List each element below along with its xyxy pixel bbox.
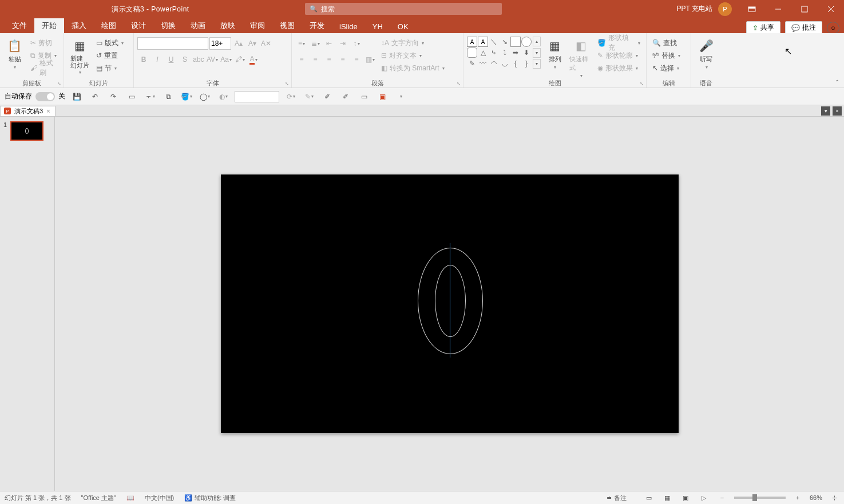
quick-styles-button[interactable]: ◧ 快速样式 ▾: [569, 37, 593, 78]
new-slide-button[interactable]: ▦ 新建 幻灯片 ▾: [68, 37, 92, 75]
shape-inner-ellipse[interactable]: [435, 265, 466, 337]
shape-brace-left[interactable]: {: [510, 58, 521, 69]
edit-shape-qat[interactable]: ✎▾: [302, 90, 316, 103]
office-addin-qat[interactable]: ▣: [375, 90, 389, 103]
shape-right-arrow[interactable]: ➡: [510, 47, 521, 58]
cut-button[interactable]: ✂剪切: [28, 37, 60, 49]
slideshow-view-button[interactable]: ▷: [698, 492, 710, 503]
collapse-ribbon-button[interactable]: ⌃: [835, 79, 839, 85]
search-box[interactable]: 🔍: [305, 3, 502, 15]
replace-button[interactable]: ᵃ⁄ᵇ替换▾: [650, 49, 683, 62]
crop-button[interactable]: ⧉: [161, 90, 175, 103]
minimize-button[interactable]: [765, 0, 791, 18]
find-button[interactable]: 🔍查找: [650, 37, 683, 49]
italic-button[interactable]: I: [151, 53, 164, 66]
bold-button[interactable]: B: [137, 53, 150, 66]
align-text-button[interactable]: ⊟对齐文本▾: [379, 49, 447, 62]
shape-fill-qat[interactable]: 🪣▾: [180, 90, 193, 103]
qat-customize[interactable]: ▾: [394, 90, 407, 103]
paste-button[interactable]: 📋 粘贴 ▾: [3, 37, 26, 70]
sorter-view-button[interactable]: ▦: [661, 492, 673, 503]
shape-arc2[interactable]: ◡: [500, 58, 510, 69]
gallery-more[interactable]: ▾: [533, 59, 541, 69]
increase-indent-button[interactable]: ⇥: [336, 37, 349, 50]
doc-strip-menu[interactable]: ▾: [821, 106, 830, 116]
ppt-station-label[interactable]: PPT 充电站: [677, 4, 712, 14]
format-painter-button[interactable]: 🖌格式刷: [28, 62, 60, 74]
eyedropper-qat[interactable]: ✐: [320, 90, 334, 103]
increase-font-button[interactable]: A▴: [232, 37, 245, 50]
reset-button[interactable]: ↺重置: [94, 49, 126, 62]
normal-view-button[interactable]: ▭: [643, 492, 655, 503]
gallery-down[interactable]: ▾: [533, 48, 541, 58]
screenshot-qat[interactable]: ▭: [357, 90, 371, 103]
zoom-percent[interactable]: 66%: [810, 494, 822, 501]
thumbnail-preview[interactable]: [10, 121, 43, 141]
arrange-button[interactable]: ▦ 排列 ▾: [543, 37, 567, 70]
user-avatar[interactable]: P: [718, 2, 732, 16]
start-from-beginning-button[interactable]: ▭: [125, 90, 138, 103]
status-spellcheck[interactable]: 📖: [126, 494, 134, 502]
shape-line[interactable]: ＼: [489, 37, 499, 47]
line-spacing-button[interactable]: ↕▾: [350, 37, 363, 50]
tab-home[interactable]: 开始: [34, 18, 64, 33]
status-accessibility[interactable]: ♿辅助功能: 调查: [184, 494, 236, 502]
gallery-up[interactable]: ▴: [533, 37, 541, 46]
fit-to-window-button[interactable]: ⊹: [828, 492, 841, 503]
tab-transitions[interactable]: 切换: [153, 18, 183, 33]
status-theme[interactable]: "Office 主题": [81, 494, 116, 502]
shape-outline-qat[interactable]: ◯▾: [198, 90, 212, 103]
document-tab[interactable]: P 演示文稿3 ×: [0, 106, 56, 116]
align-objects-button[interactable]: ⫟▾: [143, 90, 157, 103]
slide-editor-area[interactable]: [55, 117, 844, 491]
clipboard-launcher[interactable]: ⤡: [57, 81, 61, 86]
shape-brace-right[interactable]: }: [521, 58, 532, 69]
rotate-qat[interactable]: ⟳▾: [284, 90, 298, 103]
status-language[interactable]: 中文(中国): [145, 494, 174, 502]
layout-button[interactable]: ▭版式▾: [94, 37, 126, 49]
section-button[interactable]: ▤节▾: [94, 62, 126, 74]
comments-button[interactable]: 💬 批注: [785, 21, 822, 34]
merge-shapes-qat[interactable]: ◐▾: [216, 90, 230, 103]
ribbon-display-options-button[interactable]: [739, 0, 765, 18]
tab-slideshow[interactable]: 放映: [213, 18, 243, 33]
highlight-button[interactable]: 🖍▾: [233, 53, 246, 66]
shape-freeform[interactable]: ✎: [467, 58, 477, 69]
slide-thumbnail-1[interactable]: 1: [3, 121, 51, 141]
shape-elbow[interactable]: ⤵: [500, 47, 510, 58]
select-button[interactable]: ↖选择▾: [650, 62, 683, 74]
zoom-slider[interactable]: [734, 497, 786, 499]
doc-strip-close[interactable]: ×: [833, 106, 842, 116]
convert-smartart-button[interactable]: ◧转换为 SmartArt▾: [379, 62, 447, 74]
document-tab-close[interactable]: ×: [46, 108, 50, 114]
eyedropper2-qat[interactable]: ✐: [339, 90, 352, 103]
shape-effects-button[interactable]: ◉形状效果▾: [595, 62, 643, 74]
font-color-button[interactable]: A▾: [247, 53, 260, 66]
close-button[interactable]: [818, 0, 844, 18]
change-case-button[interactable]: Aa▾: [220, 53, 232, 66]
tab-developer[interactable]: 开发: [302, 18, 332, 33]
shape-oval[interactable]: [521, 37, 532, 47]
font-family-combo[interactable]: [137, 37, 208, 50]
shape-textbox-vert[interactable]: A: [478, 37, 488, 47]
tab-insert[interactable]: 插入: [64, 18, 94, 33]
shape-arc[interactable]: ◠: [489, 58, 499, 69]
justify-button[interactable]: ≡: [336, 53, 349, 66]
save-button[interactable]: 💾: [70, 90, 84, 103]
shape-fill-button[interactable]: 🪣形状填充▾: [595, 37, 643, 49]
distributed-button[interactable]: ≡: [350, 53, 363, 66]
shape-curve[interactable]: 〰: [478, 58, 488, 69]
tab-review[interactable]: 审阅: [243, 18, 272, 33]
notes-button[interactable]: ≐备注: [607, 494, 627, 502]
clear-formatting-button[interactable]: A✕: [260, 37, 272, 50]
tab-design[interactable]: 设计: [124, 18, 153, 33]
tab-yh[interactable]: YH: [365, 20, 390, 33]
font-size-combo[interactable]: [209, 37, 231, 50]
char-spacing-button[interactable]: AV▾: [206, 53, 219, 66]
tab-islide[interactable]: iSlide: [332, 20, 365, 33]
reading-view-button[interactable]: ▣: [679, 492, 692, 503]
paragraph-launcher[interactable]: ⤡: [457, 81, 461, 86]
align-right-button[interactable]: ≡: [323, 53, 335, 66]
undo-button[interactable]: ↶: [88, 90, 102, 103]
font-launcher[interactable]: ⤡: [285, 81, 289, 86]
